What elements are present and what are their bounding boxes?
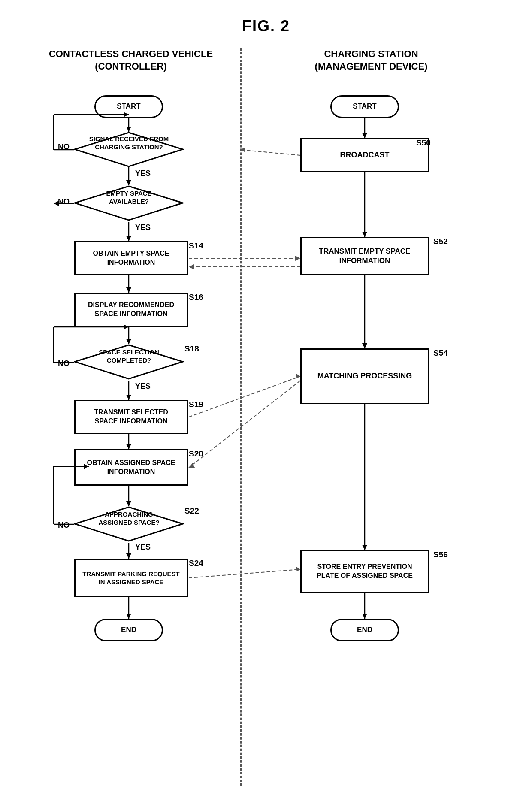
start-right: START (330, 95, 399, 118)
svg-marker-7 (126, 287, 131, 293)
s19-rect: TRANSMIT SELECTEDSPACE INFORMATION (74, 400, 188, 434)
end-left: END (94, 619, 163, 641)
svg-marker-3 (126, 180, 131, 185)
svg-marker-1 (126, 127, 131, 132)
s52-label: S52 (433, 237, 448, 246)
svg-line-45 (240, 150, 300, 155)
svg-marker-54 (189, 463, 195, 468)
svg-line-51 (189, 376, 300, 417)
s18-diamond: SPACE SELECTIONCOMPLETED? (74, 344, 184, 380)
svg-marker-40 (362, 343, 367, 348)
s24-rect: TRANSMIT PARKING REQUESTIN ASSIGNED SPAC… (74, 559, 188, 597)
s19-label: S19 (189, 400, 203, 409)
svg-marker-52 (296, 373, 300, 378)
svg-marker-36 (362, 133, 367, 138)
svg-line-55 (189, 569, 300, 578)
s22-diamond: APPROACHINGASSIGNED SPACE? (74, 506, 184, 542)
s20-label: S20 (189, 449, 203, 459)
s10-yes-label: YES (135, 169, 151, 178)
s10-no-label: NO (58, 142, 70, 151)
s14-rect: OBTAIN EMPTY SPACEINFORMATION (74, 241, 188, 275)
s18-label: S18 (184, 344, 199, 354)
s14-label: S14 (189, 241, 203, 251)
s18-no-label: NO (58, 359, 70, 368)
s12-diamond: EMPTY SPACEAVAILABLE? (74, 185, 184, 221)
svg-marker-17 (126, 553, 131, 559)
left-col-header: CONTACTLESS CHARGED VEHICLE(CONTROLLER) (39, 48, 223, 73)
svg-marker-19 (126, 614, 131, 619)
s56-label: S56 (433, 550, 448, 559)
s12-yes-label: YES (135, 223, 151, 232)
s16-label: S16 (189, 293, 203, 302)
s22-yes-label: YES (135, 543, 151, 552)
svg-marker-15 (126, 501, 131, 506)
svg-marker-9 (126, 339, 131, 344)
s18-yes-label: YES (135, 382, 151, 391)
s16-rect: DISPLAY RECOMMENDEDSPACE INFORMATION (74, 293, 188, 327)
s10-diamond: SIGNAL RECEIVED FROMCHARGING STATION? (74, 132, 184, 167)
svg-marker-48 (295, 256, 300, 261)
svg-marker-56 (296, 566, 300, 571)
s52-rect: TRANSMIT EMPTY SPACEINFORMATION (300, 237, 429, 275)
s50-rect: BROADCAST (300, 138, 429, 172)
end-right: END (330, 619, 399, 641)
s22-no-label: NO (58, 521, 70, 530)
s56-rect: STORE ENTRY PREVENTIONPLATE OF ASSIGNED … (300, 550, 429, 593)
s54-label: S54 (433, 348, 448, 358)
s24-label: S24 (189, 559, 203, 568)
s20-rect: OBTAIN ASSIGNED SPACEINFORMATION (74, 449, 188, 486)
s54-rect: MATCHING PROCESSING (300, 348, 429, 404)
figure-title: FIG. 2 (26, 17, 506, 35)
svg-line-53 (189, 381, 300, 468)
s22-label: S22 (184, 506, 199, 516)
svg-marker-5 (126, 236, 131, 241)
svg-marker-44 (362, 614, 367, 619)
svg-marker-42 (362, 545, 367, 550)
svg-marker-13 (126, 444, 131, 449)
svg-marker-50 (189, 264, 194, 269)
column-divider (240, 48, 242, 786)
s12-no-label: NO (58, 197, 70, 206)
svg-marker-11 (126, 395, 131, 400)
svg-marker-38 (362, 232, 367, 237)
right-col-header: CHARGING STATION(MANAGEMENT DEVICE) (257, 48, 485, 73)
start-left: START (94, 95, 163, 118)
